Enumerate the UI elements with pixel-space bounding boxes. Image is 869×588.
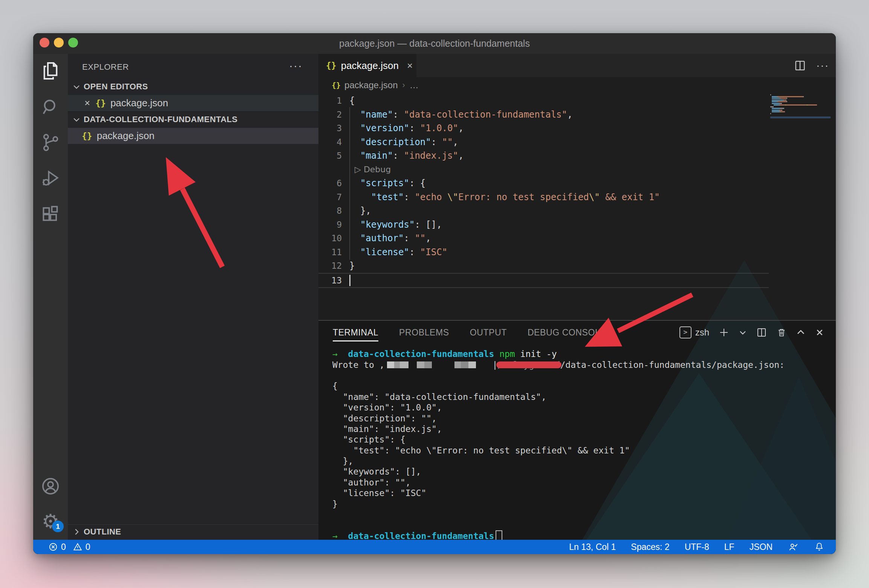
code-text: "main": "index.js", bbox=[342, 149, 769, 163]
terminal-output-line: "scripts": { bbox=[332, 434, 832, 445]
code-text: } bbox=[342, 259, 769, 273]
explorer-sidebar: EXPLORER ··· OPEN EDITORS × {} package.j… bbox=[68, 54, 318, 540]
minimap-row bbox=[770, 94, 831, 95]
split-editor-icon[interactable] bbox=[794, 59, 806, 72]
shell-selector[interactable]: > zsh bbox=[679, 326, 709, 338]
eol-status[interactable]: LF bbox=[724, 542, 734, 552]
terminal-controls: > zsh bbox=[679, 321, 825, 344]
code-text bbox=[342, 274, 769, 288]
kill-terminal-trash-icon[interactable] bbox=[776, 327, 787, 338]
code-text: ▷ Debug bbox=[342, 163, 769, 177]
title-bar[interactable]: package.json — data-collection-fundament… bbox=[33, 33, 836, 54]
explorer-icon[interactable] bbox=[40, 60, 61, 81]
codelens-debug[interactable]: ▷ Debug bbox=[349, 165, 391, 174]
cursor-position-status[interactable]: Ln 13, Col 1 bbox=[569, 542, 616, 552]
line-number: 7 bbox=[318, 192, 342, 202]
line-number: 3 bbox=[318, 123, 342, 133]
settings-badge: 1 bbox=[52, 521, 64, 532]
code-text: "license": "ISC" bbox=[342, 245, 769, 259]
tab-debug-console[interactable]: DEBUG CONSOLE bbox=[528, 321, 606, 344]
terminal-output-line: "version": "1.0.0", bbox=[332, 402, 832, 413]
indent-guide bbox=[349, 107, 350, 122]
close-editor-icon[interactable]: × bbox=[84, 97, 90, 109]
more-actions-icon[interactable]: ··· bbox=[816, 60, 829, 72]
indent-guide bbox=[349, 245, 350, 260]
tab-label: package.json bbox=[341, 60, 399, 72]
line-number: 12 bbox=[318, 261, 342, 271]
indent-guide bbox=[349, 190, 350, 205]
line-number: 10 bbox=[318, 233, 342, 243]
minimap-row bbox=[770, 111, 831, 112]
code-line: 8 }, bbox=[318, 204, 769, 218]
minimap-current-line bbox=[770, 116, 831, 118]
terminal-wrote-line: Wrote to ,|/IPlayground/data-collection-… bbox=[332, 359, 832, 370]
settings-gear-icon[interactable]: ⚙ 1 bbox=[40, 511, 61, 532]
chevron-right-icon: › bbox=[402, 80, 405, 90]
tab-terminal[interactable]: TERMINAL bbox=[333, 321, 378, 344]
search-icon[interactable] bbox=[40, 96, 61, 117]
line-number: 6 bbox=[318, 178, 342, 188]
redaction-block bbox=[417, 361, 432, 368]
activity-bar: ⚙ 1 bbox=[33, 54, 68, 540]
chevron-down-icon bbox=[72, 83, 81, 91]
redaction-block bbox=[454, 361, 476, 368]
code-editor[interactable]: 1{2 "name": "data-collection-fundamental… bbox=[318, 93, 836, 320]
code-text: "description": "", bbox=[342, 135, 769, 149]
redaction-strikethrough bbox=[496, 361, 561, 368]
shell-name: zsh bbox=[695, 327, 709, 338]
code-line: 2 "name": "data-collection-fundamentals"… bbox=[318, 108, 769, 122]
indent-guide bbox=[349, 135, 350, 150]
breadcrumb-file[interactable]: package.json bbox=[344, 80, 398, 90]
code-line: 11 "license": "ISC" bbox=[318, 245, 769, 259]
open-editor-item-package-json[interactable]: × {} package.json bbox=[68, 95, 318, 111]
extensions-icon[interactable] bbox=[40, 204, 61, 225]
open-editors-section-header[interactable]: OPEN EDITORS bbox=[68, 79, 318, 94]
sidebar-title: EXPLORER bbox=[82, 62, 129, 72]
maximize-panel-icon[interactable] bbox=[796, 328, 806, 337]
new-terminal-icon[interactable] bbox=[718, 327, 730, 338]
chevron-down-icon[interactable] bbox=[739, 328, 747, 337]
language-mode-status[interactable]: JSON bbox=[750, 542, 773, 552]
terminal-command-line: → data-collection-fundamentals npm init … bbox=[332, 349, 832, 359]
split-terminal-icon[interactable] bbox=[756, 327, 767, 338]
indent-guide bbox=[349, 121, 350, 136]
terminal-output-line: "test": "echo \"Error: no test specified… bbox=[332, 445, 832, 456]
tab-problems[interactable]: PROBLEMS bbox=[399, 321, 449, 344]
feedback-icon[interactable] bbox=[788, 541, 799, 553]
code-line: 6 "scripts": { bbox=[318, 176, 769, 190]
terminal-panel: TERMINAL PROBLEMS OUTPUT DEBUG CONSOLE >… bbox=[318, 320, 836, 540]
outline-section-header[interactable]: OUTLINE bbox=[68, 524, 318, 539]
tab-close-icon[interactable]: × bbox=[407, 60, 413, 72]
indent-guide bbox=[349, 162, 350, 178]
file-item-package-json[interactable]: {} package.json bbox=[68, 128, 318, 144]
tab-package-json[interactable]: {} package.json × bbox=[318, 54, 417, 77]
close-panel-icon[interactable] bbox=[815, 328, 825, 337]
encoding-status[interactable]: UTF-8 bbox=[685, 542, 709, 552]
editor-group: {} package.json × ··· {} package.json › … bbox=[318, 54, 836, 540]
minimap[interactable] bbox=[770, 94, 831, 118]
code-line: 7 "test": "echo \"Error: no test specifi… bbox=[318, 190, 769, 204]
tab-output[interactable]: OUTPUT bbox=[470, 321, 507, 344]
editor-actions: ··· bbox=[794, 54, 829, 77]
terminal-output-line: "keywords": [], bbox=[332, 466, 832, 477]
line-number: 2 bbox=[318, 110, 342, 119]
minimap-row bbox=[770, 100, 831, 101]
views-more-actions-icon[interactable]: ··· bbox=[289, 59, 303, 72]
folder-section-header[interactable]: DATA-COLLECTION-FUNDAMENTALS bbox=[68, 112, 318, 127]
source-control-icon[interactable] bbox=[40, 132, 61, 153]
terminal-output-line: "license": "ISC" bbox=[332, 488, 832, 498]
problems-status[interactable]: 0 0 bbox=[48, 542, 90, 552]
breadcrumb[interactable]: {} package.json › … bbox=[318, 77, 836, 93]
line-number: 13 bbox=[318, 276, 342, 285]
open-editor-file-label: package.json bbox=[110, 97, 168, 109]
notifications-bell-icon[interactable] bbox=[814, 542, 825, 552]
terminal-prompt-icon: > bbox=[679, 326, 692, 338]
error-icon bbox=[48, 542, 58, 552]
account-icon[interactable] bbox=[40, 476, 61, 497]
chevron-right-icon bbox=[72, 528, 81, 536]
terminal-output[interactable]: → data-collection-fundamentals npm init … bbox=[332, 349, 832, 541]
run-debug-icon[interactable] bbox=[40, 168, 61, 189]
indentation-status[interactable]: Spaces: 2 bbox=[631, 542, 669, 552]
breadcrumb-more[interactable]: … bbox=[410, 80, 419, 90]
indent-guide bbox=[349, 176, 350, 191]
